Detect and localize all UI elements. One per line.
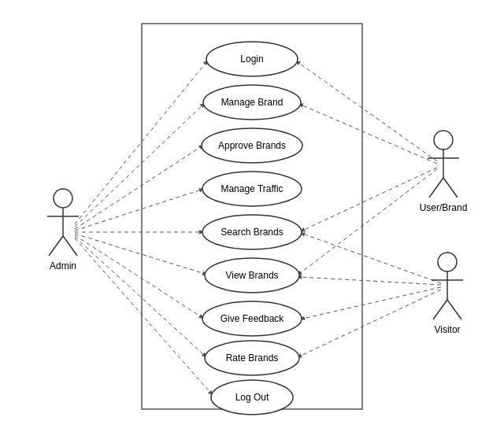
use-case-view-label: View Brands xyxy=(225,270,278,281)
diagram-svg: Login Manage Brand Approve Brands Manage… xyxy=(0,0,504,428)
admin-logout-line xyxy=(75,238,211,393)
visitor-head xyxy=(438,253,457,271)
use-case-feedback-label: Give Feedback xyxy=(220,313,285,324)
use-case-rate-label: Rate Brands xyxy=(226,352,279,363)
use-case-approve-label: Approve Brands xyxy=(218,140,286,151)
admin-view-line xyxy=(75,234,205,274)
user-brand-head xyxy=(434,131,453,149)
use-case-login-label: Login xyxy=(240,54,263,65)
user-login-line xyxy=(298,62,437,161)
visitor-rate-line xyxy=(299,290,441,356)
admin-login-line xyxy=(75,62,206,224)
user-brand-right-leg xyxy=(443,178,458,197)
admin-left-leg xyxy=(49,236,63,256)
visitor-search-line xyxy=(302,234,441,283)
admin-head xyxy=(54,189,72,208)
admin-approve-line xyxy=(75,146,202,229)
admin-traffic-line xyxy=(75,190,202,231)
admin-label: Admin xyxy=(50,260,76,271)
visitor-left-leg xyxy=(433,300,447,319)
user-brand-label: User/Brand xyxy=(420,202,468,213)
use-case-diagram: Login Manage Brand Approve Brands Manage… xyxy=(0,0,504,428)
visitor-right-leg xyxy=(447,300,461,319)
user-brand-left-leg xyxy=(429,178,443,197)
visitor-feedback-line xyxy=(302,287,441,319)
admin-rate-line xyxy=(75,237,205,356)
use-case-traffic-label: Manage Traffic xyxy=(220,183,283,194)
use-case-search-label: Search Brands xyxy=(220,227,283,238)
user-manage-line xyxy=(301,105,437,164)
admin-feedback-line xyxy=(75,235,202,317)
visitor-label: Visitor xyxy=(434,324,460,335)
use-case-logout-label: Log Out xyxy=(235,392,269,403)
user-search-line xyxy=(302,168,437,231)
admin-manage-brand-line xyxy=(75,105,203,227)
user-view-line xyxy=(299,169,437,274)
visitor-view-line xyxy=(299,277,441,285)
use-case-manage-brand-label: Manage Brand xyxy=(221,97,284,108)
